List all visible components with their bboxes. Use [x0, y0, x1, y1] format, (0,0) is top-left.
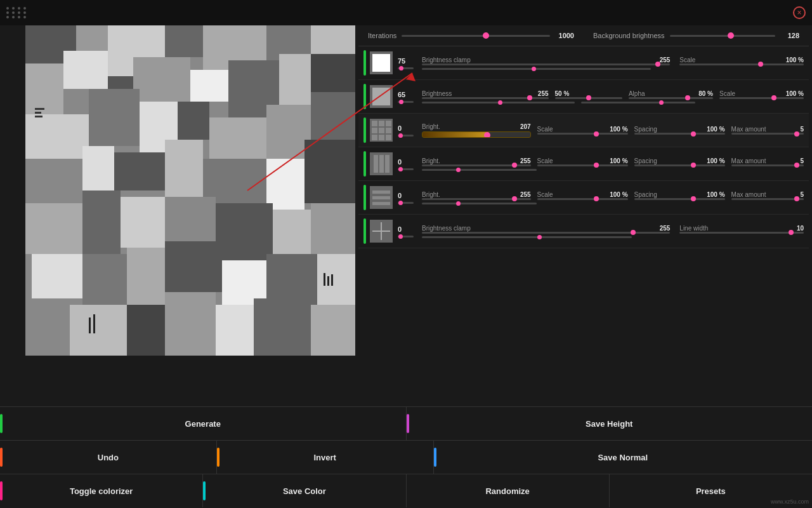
svg-rect-21 — [266, 105, 311, 159]
bright207-slider[interactable] — [422, 131, 531, 138]
iterations-slider[interactable] — [402, 35, 550, 37]
layer-preview-3 — [370, 119, 393, 142]
svg-rect-52 — [35, 112, 41, 114]
global-controls: Iterations 1000 Background brightness 12… — [358, 25, 809, 46]
svg-rect-57 — [89, 318, 91, 333]
svg-rect-20 — [209, 117, 266, 159]
svg-rect-58 — [93, 314, 95, 333]
generate-button[interactable]: Generate — [0, 407, 406, 440]
layer-row-6: 0 Brightness clamp 255 Line w — [358, 215, 809, 248]
layer-preview-4 — [370, 152, 393, 175]
svg-rect-30 — [25, 203, 82, 254]
svg-rect-2 — [76, 25, 108, 51]
svg-rect-37 — [32, 254, 82, 298]
svg-rect-12 — [190, 70, 228, 102]
svg-rect-48 — [216, 305, 254, 356]
iterations-value: 1000 — [555, 32, 574, 39]
svg-rect-53 — [35, 116, 43, 117]
watermark: www.xz5u.com — [771, 498, 809, 505]
svg-rect-55 — [327, 276, 329, 286]
iterations-label: Iterations — [368, 32, 396, 39]
svg-rect-41 — [222, 260, 266, 305]
svg-rect-28 — [266, 159, 304, 210]
svg-rect-36 — [311, 203, 355, 254]
svg-rect-49 — [254, 298, 311, 356]
svg-rect-42 — [266, 254, 317, 305]
layer-preview-2 — [370, 85, 393, 108]
bg-brightness-control: Background brightness 128 — [593, 32, 799, 39]
save-color-button[interactable]: Save Color — [203, 474, 405, 507]
bg-brightness-value: 128 — [780, 32, 799, 39]
svg-rect-45 — [70, 305, 127, 356]
right-panel: Iterations 1000 Background brightness 12… — [358, 25, 809, 406]
svg-rect-24 — [82, 146, 114, 190]
bg-brightness-slider[interactable] — [670, 35, 775, 37]
bg-brightness-label: Background brightness — [593, 32, 665, 39]
layer-row-2: 65 Brightness 255 50 % — [358, 80, 809, 114]
layer-accent-5 — [363, 185, 366, 210]
svg-rect-44 — [25, 298, 70, 356]
toggle-colorizer-button[interactable]: Toggle colorizer — [0, 474, 202, 507]
svg-rect-43 — [317, 254, 355, 305]
layer-preview-5 — [370, 186, 393, 209]
svg-rect-9 — [63, 51, 108, 89]
layer-accent-6 — [363, 218, 366, 244]
svg-rect-15 — [311, 54, 355, 92]
svg-rect-56 — [331, 274, 333, 286]
svg-rect-8 — [25, 64, 63, 114]
svg-rect-40 — [165, 241, 222, 292]
svg-rect-31 — [82, 190, 121, 254]
svg-rect-4 — [165, 25, 203, 57]
layer-row-1: 75 Brightness clamp 255 Scale — [358, 46, 809, 80]
svg-rect-50 — [311, 305, 355, 356]
svg-rect-35 — [273, 210, 311, 254]
svg-rect-16 — [25, 114, 89, 159]
bright207-value: 207 — [520, 123, 531, 130]
svg-rect-27 — [203, 159, 266, 203]
close-button[interactable]: × — [793, 6, 806, 19]
button-row-1: Generate Save Height — [0, 406, 812, 440]
svg-rect-51 — [35, 108, 44, 110]
svg-rect-17 — [89, 89, 140, 146]
bottom-panel: Generate Save Height Undo Invert Save No… — [0, 406, 812, 508]
layer-accent-2 — [363, 84, 366, 109]
layer-accent-4 — [363, 151, 366, 177]
titlebar: × — [0, 0, 812, 25]
svg-rect-34 — [216, 203, 273, 260]
svg-rect-26 — [165, 140, 203, 197]
svg-rect-39 — [127, 248, 165, 305]
randomize-button[interactable]: Randomize — [407, 474, 609, 507]
svg-rect-46 — [127, 305, 165, 356]
svg-rect-47 — [165, 292, 216, 356]
layer-row-3: 0 Bright. 207 Scal — [358, 114, 809, 147]
svg-rect-7 — [311, 25, 355, 54]
layer-preview-6 — [370, 220, 393, 243]
save-normal-button[interactable]: Save Normal — [434, 441, 812, 474]
button-row-2: Undo Invert Save Normal — [0, 440, 812, 474]
svg-rect-14 — [279, 54, 311, 105]
layer-accent-3 — [363, 117, 366, 143]
canvas-preview — [25, 25, 355, 356]
button-row-3: Toggle colorizer Save Color Randomize Pr… — [0, 474, 812, 507]
svg-rect-22 — [311, 92, 355, 140]
layer-preview-1 — [370, 51, 393, 74]
svg-rect-19 — [178, 102, 209, 140]
svg-rect-25 — [114, 152, 165, 190]
svg-rect-29 — [304, 140, 355, 203]
iterations-control: Iterations 1000 — [368, 32, 574, 39]
invert-button[interactable]: Invert — [217, 441, 433, 474]
svg-rect-38 — [82, 254, 127, 305]
layer-accent-1 — [363, 50, 366, 76]
svg-rect-33 — [165, 197, 216, 241]
undo-button[interactable]: Undo — [0, 441, 216, 474]
svg-rect-32 — [121, 197, 165, 248]
svg-rect-54 — [324, 273, 325, 286]
save-height-button[interactable]: Save Height — [407, 407, 813, 440]
layer-row-4: 0 Bright. 255 Scale — [358, 147, 809, 181]
svg-rect-11 — [133, 57, 190, 102]
app-icon — [6, 7, 27, 18]
layer-row-5: 0 Bright. 255 Scale — [358, 181, 809, 215]
